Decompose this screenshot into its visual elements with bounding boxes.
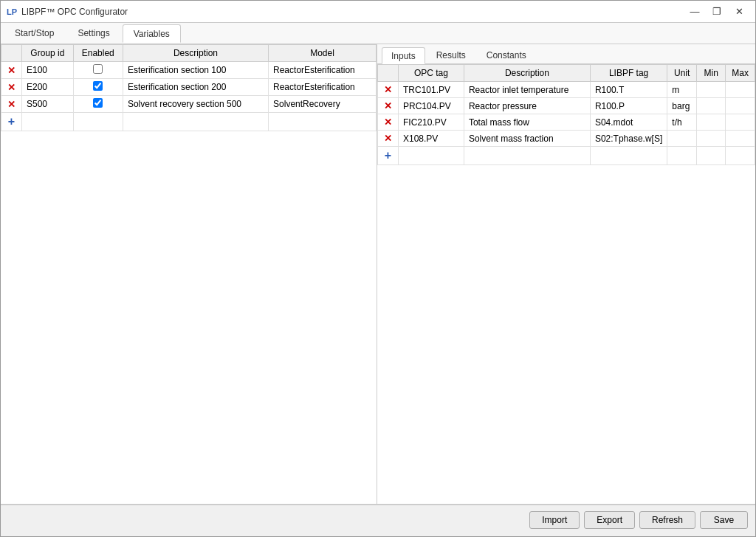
unit-cell: barg bbox=[667, 98, 697, 114]
tab-start-stop[interactable]: Start/Stop bbox=[4, 24, 65, 42]
unit-cell: t/h bbox=[667, 114, 697, 131]
enabled-cell[interactable] bbox=[73, 62, 123, 79]
enabled-checkbox[interactable] bbox=[93, 98, 103, 108]
input-desc-cell: Total mass flow bbox=[464, 114, 590, 131]
opc-tag-cell: X108.PV bbox=[399, 131, 464, 147]
input-desc-cell: Reactor inlet temperature bbox=[464, 82, 590, 98]
enabled-checkbox[interactable] bbox=[93, 64, 103, 74]
enabled-checkbox[interactable] bbox=[93, 81, 103, 91]
model-cell: ReactorEsterification bbox=[269, 79, 377, 96]
add-group-row: + bbox=[1, 113, 377, 131]
col-min: Min bbox=[697, 65, 726, 82]
delete-group-button[interactable]: ✕ bbox=[6, 82, 17, 93]
tab-results[interactable]: Results bbox=[427, 47, 475, 63]
delete-input-button[interactable]: ✕ bbox=[382, 117, 394, 128]
col-libpf-tag: LIBPF tag bbox=[590, 65, 667, 82]
libpf-tag-cell: S04.mdot bbox=[590, 114, 667, 131]
restore-button[interactable]: ❐ bbox=[707, 4, 727, 20]
enabled-cell[interactable] bbox=[73, 96, 123, 113]
table-row: ✕ TRC101.PV Reactor inlet temperature R1… bbox=[378, 82, 755, 98]
libpf-tag-cell: R100.P bbox=[590, 98, 667, 114]
table-row: ✕ FIC210.PV Total mass flow S04.mdot t/h bbox=[378, 114, 755, 131]
col-max: Max bbox=[726, 65, 755, 82]
app-logo: LP bbox=[7, 7, 17, 16]
table-row: ✕ E100 Esterification section 100 Reacto… bbox=[1, 62, 377, 79]
table-row: ✕ PRC104.PV Reactor pressure R100.P barg bbox=[378, 98, 755, 114]
bottom-bar: Import Export Refresh Save bbox=[1, 505, 755, 534]
description-cell: Esterification section 200 bbox=[123, 79, 268, 96]
col-enabled: Enabled bbox=[73, 45, 123, 62]
table-row: ✕ X108.PV Solvent mass fraction S02:Tpha… bbox=[378, 131, 755, 147]
libpf-tag-cell: R100.T bbox=[590, 82, 667, 98]
max-cell bbox=[726, 114, 755, 131]
delete-group-button[interactable]: ✕ bbox=[6, 99, 17, 110]
delete-input-button[interactable]: ✕ bbox=[382, 84, 394, 95]
right-tabs: Inputs Results Constants bbox=[377, 44, 755, 64]
col-unit: Unit bbox=[667, 65, 697, 82]
col-desc-right: Description bbox=[464, 65, 590, 82]
max-cell bbox=[726, 82, 755, 98]
title-bar-left: LP LIBPF™ OPC Configurator bbox=[7, 7, 128, 17]
col-del-right bbox=[378, 65, 399, 82]
delete-input-button[interactable]: ✕ bbox=[382, 133, 394, 144]
col-delete bbox=[1, 45, 22, 62]
delete-input-button[interactable]: ✕ bbox=[382, 100, 394, 111]
col-opc-tag: OPC tag bbox=[399, 65, 464, 82]
input-desc-cell: Reactor pressure bbox=[464, 98, 590, 114]
libpf-tag-cell: S02:Tphase.w[S] bbox=[590, 131, 667, 147]
title-bar: LP LIBPF™ OPC Configurator — ❐ ✕ bbox=[1, 1, 755, 23]
menu-bar: Start/Stop Settings Variables bbox=[1, 23, 755, 44]
col-group-id: Group id bbox=[22, 45, 74, 62]
col-model: Model bbox=[269, 45, 377, 62]
model-cell: ReactorEsterification bbox=[269, 62, 377, 79]
save-button[interactable]: Save bbox=[700, 511, 748, 529]
groups-table: Group id Enabled Description Model ✕ E10… bbox=[1, 44, 377, 131]
group-id-cell: S500 bbox=[22, 96, 74, 113]
app-title: LIBPF™ OPC Configurator bbox=[21, 7, 128, 17]
add-group-button[interactable]: + bbox=[7, 115, 16, 128]
opc-tag-cell: PRC104.PV bbox=[399, 98, 464, 114]
window-controls: — ❐ ✕ bbox=[684, 4, 749, 20]
main-content: Group id Enabled Description Model ✕ E10… bbox=[1, 44, 755, 505]
min-cell bbox=[697, 82, 726, 98]
min-cell bbox=[697, 114, 726, 131]
minimize-button[interactable]: — bbox=[684, 4, 705, 20]
right-table-container: OPC tag Description LIBPF tag Unit Min M… bbox=[377, 64, 755, 504]
model-cell: SolventRecovery bbox=[269, 96, 377, 113]
min-cell bbox=[697, 98, 726, 114]
tab-constants[interactable]: Constants bbox=[477, 47, 536, 63]
enabled-cell[interactable] bbox=[73, 79, 123, 96]
max-cell bbox=[726, 98, 755, 114]
description-cell: Esterification section 100 bbox=[123, 62, 268, 79]
group-id-cell: E100 bbox=[22, 62, 74, 79]
right-panel: Inputs Results Constants OPC tag Descrip… bbox=[377, 44, 755, 504]
col-description: Description bbox=[123, 45, 268, 62]
delete-group-button[interactable]: ✕ bbox=[6, 65, 17, 76]
group-id-cell: E200 bbox=[22, 79, 74, 96]
table-row: ✕ E200 Esterification section 200 Reacto… bbox=[1, 79, 377, 96]
refresh-button[interactable]: Refresh bbox=[639, 511, 695, 529]
tab-settings[interactable]: Settings bbox=[66, 24, 120, 42]
min-cell bbox=[697, 131, 726, 147]
unit-cell bbox=[667, 131, 697, 147]
export-button[interactable]: Export bbox=[584, 511, 635, 529]
import-button[interactable]: Import bbox=[529, 511, 580, 529]
max-cell bbox=[726, 131, 755, 147]
close-button[interactable]: ✕ bbox=[729, 4, 749, 20]
opc-tag-cell: TRC101.PV bbox=[399, 82, 464, 98]
input-desc-cell: Solvent mass fraction bbox=[464, 131, 590, 147]
table-row: ✕ S500 Solvent recovery section 500 Solv… bbox=[1, 96, 377, 113]
description-cell: Solvent recovery section 500 bbox=[123, 96, 268, 113]
inputs-table: OPC tag Description LIBPF tag Unit Min M… bbox=[377, 64, 755, 165]
opc-tag-cell: FIC210.PV bbox=[399, 114, 464, 131]
add-input-row: + bbox=[378, 147, 755, 165]
add-input-button[interactable]: + bbox=[383, 149, 393, 162]
tab-variables[interactable]: Variables bbox=[123, 24, 181, 43]
left-panel: Group id Enabled Description Model ✕ E10… bbox=[1, 44, 377, 504]
tab-inputs[interactable]: Inputs bbox=[382, 47, 425, 64]
unit-cell: m bbox=[667, 82, 697, 98]
